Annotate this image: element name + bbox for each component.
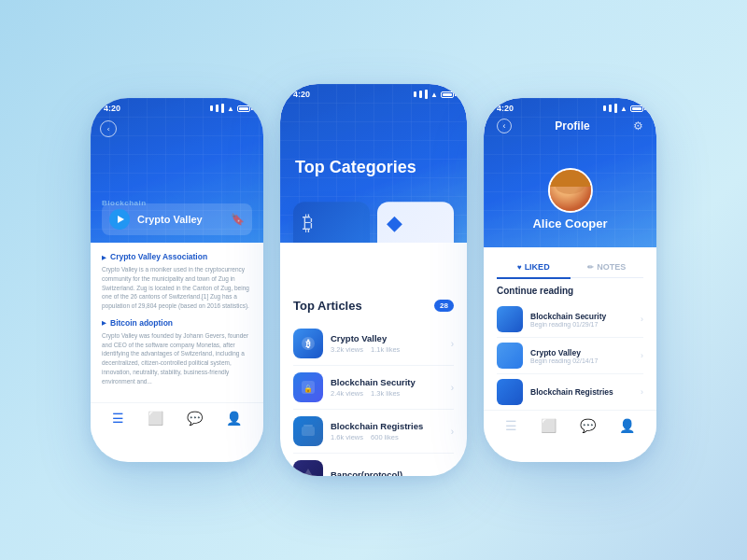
reading-name-0: Blockchain Security — [530, 312, 633, 321]
phone-left: 4:20 ▲ ‹ Blockchain Crypto Valley 🔖 — [91, 98, 263, 462]
tab-liked[interactable]: ♥ LIKED — [497, 255, 571, 277]
battery-icon — [237, 105, 250, 112]
article-item-1[interactable]: 🔒 Blockchain Security 2.4k views 1.3k li… — [293, 366, 454, 410]
section-2-title: Bitcoin adoption — [102, 318, 252, 328]
tab-notes[interactable]: ✏ NOTES — [571, 255, 644, 277]
svg-marker-6 — [302, 469, 315, 476]
section-1-text: Crypto Valley is a moniker used in the c… — [102, 265, 252, 311]
bitcoin-icon: ₿ — [303, 211, 360, 235]
phone-center: 4:20 ▲ Top Categories ₿ 15 Articles BITC… — [280, 84, 467, 476]
reading-item-0[interactable]: Blockchain Security Begin reading 01/29/… — [497, 301, 643, 338]
nav-user[interactable]: 👤 — [226, 411, 242, 426]
phone-center-header: 4:20 ▲ Top Categories ₿ 15 Articles BITC… — [280, 84, 467, 243]
reading-chevron-0: › — [641, 315, 643, 324]
reading-item-2[interactable]: Blockchain Registries › — [497, 374, 643, 410]
section-1: Crypto Valley Association Crypto Valley … — [102, 252, 252, 311]
cat-card-ethereum[interactable]: ◆ 12 Articles ETHERIUM — [377, 202, 454, 243]
profile-tabs: ♥ LIKED ✏ NOTES — [497, 255, 643, 278]
wifi-r: ▲ — [620, 105, 627, 113]
bottom-nav-left: ☰ ⬜ 💬 👤 — [91, 402, 263, 435]
article-thumb-1: 🔒 — [293, 372, 323, 402]
article-name-3: Bancor(protocol) — [331, 469, 444, 477]
wifi-c: ▲ — [430, 91, 438, 99]
gear-icon[interactable]: ⚙ — [633, 119, 643, 133]
article-name-0: Crypto Valley — [331, 333, 444, 343]
reading-name-1: Crypto Valley — [530, 348, 633, 357]
svg-text:₿: ₿ — [305, 339, 311, 349]
phone-right: 4:20 ▲ ‹ Profile ⚙ Alice — [484, 98, 656, 462]
article-info-3: Bancor(protocol) — [331, 469, 444, 477]
views-2: 1.6k views — [331, 433, 363, 441]
articles-count: 28 — [434, 300, 454, 312]
signal-r1 — [603, 105, 606, 111]
signal-c3 — [425, 90, 428, 99]
articles-title: Top Articles — [293, 299, 362, 313]
article-item-2[interactable]: Blockchain Registries 1.6k views 600 lik… — [293, 410, 454, 454]
svg-rect-5 — [303, 425, 313, 427]
time-right: 4:20 — [497, 104, 514, 113]
profile-back-button[interactable]: ‹ — [497, 119, 512, 133]
tab-liked-label: LIKED — [525, 262, 550, 272]
phone-right-content: ♥ LIKED ✏ NOTES Continue reading Blockch… — [484, 247, 656, 410]
play-triangle — [118, 216, 124, 223]
article-name-2: Blockchain Registries — [331, 421, 444, 431]
bookmark-icon[interactable]: 🔖 — [231, 213, 245, 226]
time-center: 4:20 — [293, 90, 310, 99]
likes-0: 1.1k likes — [371, 345, 400, 354]
nav-r-list[interactable]: ☰ — [505, 418, 517, 433]
section-2: Bitcoin adoption Crypto Valley was found… — [102, 318, 252, 386]
bitcoin-count: 15 Articles — [303, 241, 360, 243]
nav-list[interactable]: ☰ — [112, 411, 124, 426]
phone-center-content: Top Articles 28 ₿ Crypto Valley 3.2k vie… — [280, 243, 467, 476]
articles-header: Top Articles 28 — [293, 299, 454, 313]
article-thumb-0: ₿ — [293, 329, 323, 358]
article-item-0[interactable]: ₿ Crypto Valley 3.2k views 1.1k likes › — [293, 322, 454, 366]
cat-card-bitcoin[interactable]: ₿ 15 Articles BITCOIN — [293, 202, 370, 243]
reading-info-2: Blockchain Registries — [530, 387, 633, 397]
status-icons-center: ▲ — [414, 90, 454, 99]
nav-r-user[interactable]: 👤 — [619, 418, 635, 433]
likes-2: 600 likes — [371, 433, 399, 441]
reading-date-0: Begin reading 01/29/17 — [530, 321, 633, 328]
avatar-face — [550, 170, 591, 211]
article-info-1: Blockchain Security 2.4k views 1.3k like… — [331, 377, 444, 398]
nav-r-chat[interactable]: 💬 — [580, 418, 596, 433]
article-info-2: Blockchain Registries 1.6k views 600 lik… — [331, 421, 444, 441]
battery-fill — [239, 107, 248, 110]
status-icons-left: ▲ — [210, 104, 250, 113]
section-1-title: Crypto Valley Association — [102, 252, 252, 261]
play-button[interactable] — [109, 209, 130, 230]
tab-notes-label: NOTES — [597, 262, 626, 272]
svg-text:🔒: 🔒 — [303, 384, 313, 393]
article-item-3[interactable]: Bancor(protocol) › — [293, 454, 454, 476]
signal-r2 — [609, 105, 612, 112]
reading-date-1: Begin reading 02/14/17 — [530, 357, 633, 364]
avatar-hair — [550, 170, 591, 187]
nav-bookmark[interactable]: ⬜ — [148, 411, 163, 426]
nav-r-bookmark[interactable]: ⬜ — [541, 418, 557, 433]
chevron-1: › — [451, 383, 454, 393]
back-button[interactable]: ‹ — [100, 120, 117, 137]
reading-info-0: Blockchain Security Begin reading 01/29/… — [530, 312, 633, 328]
reading-item-1[interactable]: Crypto Valley Begin reading 02/14/17 › — [497, 338, 643, 374]
reading-info-1: Crypto Valley Begin reading 02/14/17 — [530, 348, 633, 364]
signal-bar3 — [221, 104, 224, 113]
play-title: Crypto Valley — [137, 214, 223, 225]
phone-left-header: 4:20 ▲ ‹ Blockchain Crypto Valley 🔖 — [91, 98, 263, 243]
bottom-nav-right: ☰ ⬜ 💬 👤 — [484, 410, 656, 442]
pencil-icon: ✏ — [587, 263, 594, 272]
status-icons-right: ▲ — [603, 104, 643, 113]
reading-chevron-1: › — [641, 351, 643, 360]
phone-left-content: Crypto Valley Association Crypto Valley … — [91, 243, 263, 402]
play-card: Crypto Valley 🔖 — [102, 203, 252, 235]
top-categories-title: Top Categories — [295, 158, 416, 177]
chevron-2: › — [451, 427, 454, 437]
article-meta-2: 1.6k views 600 likes — [331, 433, 444, 441]
views-0: 3.2k views — [331, 345, 363, 354]
nav-chat[interactable]: 💬 — [187, 411, 203, 426]
article-thumb-2 — [293, 416, 323, 446]
continue-reading: Continue reading Blockchain Security Beg… — [484, 278, 656, 410]
article-meta-0: 3.2k views 1.1k likes — [331, 345, 444, 354]
article-name-1: Blockchain Security — [331, 377, 444, 387]
profile-nav: ‹ Profile ⚙ — [484, 119, 656, 133]
